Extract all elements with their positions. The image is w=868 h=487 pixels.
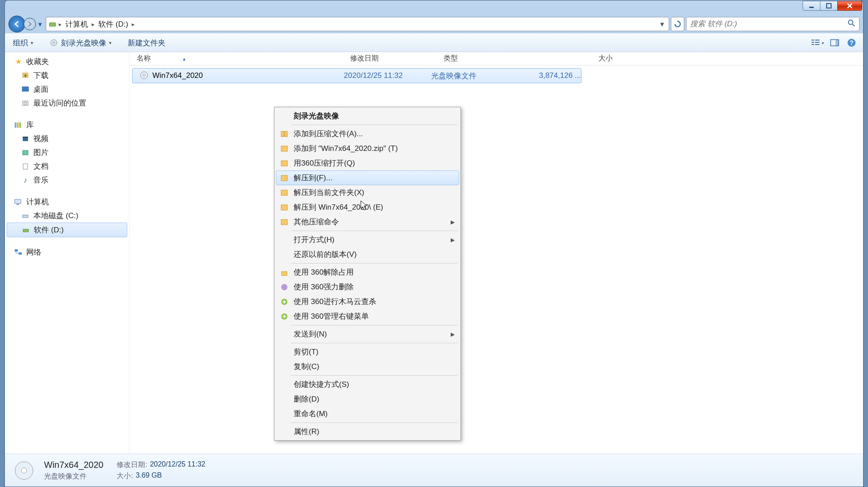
svg-rect-44 — [281, 219, 287, 225]
recent-icon — [21, 99, 30, 108]
refresh-button[interactable] — [671, 17, 684, 31]
burn-image-button[interactable]: 刻录光盘映像▾ — [47, 36, 114, 50]
file-row[interactable]: Win7x64_2020 2020/12/25 11:32 光盘映像文件 3,8… — [132, 68, 581, 83]
sidebar: ★ 收藏夹 下载 桌面 最近访问的位置 — [5, 52, 129, 454]
sidebar-localdisk-c[interactable]: 本地磁盘 (C:) — [5, 209, 129, 223]
cm-delete[interactable]: 删除(D) — [276, 392, 459, 406]
details-subtitle: 光盘映像文件 — [44, 472, 103, 481]
svg-rect-1 — [827, 4, 831, 8]
cm-open-with[interactable]: 打开方式(H) ▶ — [276, 232, 459, 247]
svg-rect-28 — [16, 204, 19, 205]
sidebar-favorites[interactable]: ★ 收藏夹 — [5, 55, 129, 69]
column-type[interactable]: 类型 — [444, 54, 537, 63]
cm-360-trojan-scan[interactable]: 使用 360进行木马云查杀 — [276, 294, 459, 309]
minimize-button[interactable] — [803, 1, 820, 11]
sidebar-pictures[interactable]: 图片 — [5, 146, 129, 159]
column-name[interactable]: 名称▲ — [137, 54, 350, 63]
breadcrumb[interactable]: ▸ 计算机 ▸ 软件 (D:) ▸ ▾ — [46, 17, 669, 31]
cm-extract-folder[interactable]: 解压到 Win7x64_2020\ (E) — [276, 200, 459, 215]
video-icon — [21, 134, 30, 143]
svg-rect-2 — [49, 23, 56, 26]
svg-rect-26 — [23, 164, 28, 169]
svg-text:?: ? — [850, 39, 854, 46]
cm-restore-prev[interactable]: 还原以前的版本(V) — [276, 247, 459, 262]
history-dropdown[interactable]: ▾ — [36, 16, 44, 32]
disc-icon — [49, 38, 58, 47]
search-input[interactable] — [690, 20, 848, 28]
svg-rect-30 — [23, 229, 28, 232]
cm-360-menu-manage[interactable]: 使用 360管理右键菜单 — [276, 309, 459, 324]
svg-rect-31 — [15, 249, 18, 252]
sidebar-software-d[interactable]: 软件 (D:) — [7, 223, 127, 237]
organize-button[interactable]: 组织▾ — [10, 36, 36, 50]
column-size[interactable]: 大小 — [537, 54, 613, 63]
close-button[interactable] — [837, 1, 862, 11]
help-button[interactable]: ? — [845, 37, 858, 48]
new-folder-button[interactable]: 新建文件夹 — [125, 36, 168, 50]
archive-icon — [279, 129, 289, 139]
details-title: Win7x64_2020 — [44, 460, 103, 470]
submenu-arrow-icon: ▶ — [451, 237, 455, 243]
file-size: 3,874,126 ... — [519, 71, 581, 80]
details-date-key: 修改日期: — [117, 460, 147, 470]
cm-add-to-zip[interactable]: 添加到 "Win7x64_2020.zip" (T) — [276, 141, 459, 156]
download-icon — [21, 71, 30, 80]
cm-open-360zip[interactable]: 用360压缩打开(Q) — [276, 156, 459, 170]
cm-burn-image[interactable]: 刻录光盘映像 — [276, 109, 459, 123]
archive-icon — [279, 188, 289, 198]
cm-rename[interactable]: 重命名(M) — [276, 406, 459, 421]
sidebar-videos[interactable]: 视频 — [5, 132, 129, 146]
cm-send-to[interactable]: 发送到(N) ▶ — [276, 327, 459, 341]
breadcrumb-folder[interactable]: 软件 (D:) — [97, 19, 130, 29]
maximize-button[interactable] — [820, 1, 838, 11]
forward-button[interactable] — [24, 18, 36, 30]
sidebar-desktop[interactable]: 桌面 — [5, 82, 129, 96]
svg-rect-22 — [19, 122, 21, 128]
search-box[interactable] — [686, 17, 860, 31]
column-date[interactable]: 修改日期 — [350, 54, 444, 63]
svg-rect-11 — [815, 44, 820, 45]
sidebar-music[interactable]: ♪ 音乐 — [5, 173, 129, 187]
file-type: 光盘映像文件 — [431, 71, 518, 81]
svg-point-36 — [21, 468, 27, 473]
cm-cut[interactable]: 剪切(T) — [276, 345, 459, 359]
svg-point-46 — [281, 284, 287, 290]
cm-properties[interactable]: 属性(R) — [276, 424, 459, 439]
back-button[interactable] — [8, 16, 25, 32]
submenu-arrow-icon: ▶ — [451, 331, 455, 337]
breadcrumb-dropdown[interactable]: ▾ — [657, 20, 667, 29]
desktop-icon — [21, 85, 30, 94]
view-options-button[interactable]: ▾ — [811, 37, 824, 48]
column-headers: 名称▲ 修改日期 类型 大小 — [129, 52, 863, 65]
sidebar-documents[interactable]: 文档 — [5, 159, 129, 173]
cm-360-unlock[interactable]: 使用 360解除占用 — [276, 265, 459, 280]
library-icon — [14, 121, 23, 130]
titlebar — [5, 0, 863, 15]
svg-rect-43 — [281, 205, 287, 210]
cm-add-to-archive[interactable]: 添加到压缩文件(A)... — [276, 126, 459, 141]
pictures-icon — [21, 148, 30, 157]
archive-icon — [279, 158, 289, 168]
sidebar-recent[interactable]: 最近访问的位置 — [5, 96, 129, 110]
sidebar-downloads[interactable]: 下载 — [5, 69, 129, 82]
cm-copy[interactable]: 复制(C) — [276, 359, 459, 374]
cm-360-force-delete[interactable]: 使用 360强力删除 — [276, 280, 459, 294]
chevron-right-icon: ▸ — [59, 21, 62, 28]
preview-pane-button[interactable] — [828, 37, 841, 48]
cm-extract-here[interactable]: 解压到当前文件夹(X) — [276, 185, 459, 200]
sidebar-computer[interactable]: 计算机 — [5, 195, 129, 209]
svg-rect-32 — [19, 252, 22, 255]
context-menu: 刻录光盘映像 添加到压缩文件(A)... 添加到 "Win7x64_2020.z… — [274, 107, 461, 441]
archive-icon — [279, 144, 289, 154]
cm-shortcut[interactable]: 创建快捷方式(S) — [276, 377, 459, 392]
sidebar-network[interactable]: 网络 — [5, 245, 129, 259]
sidebar-libraries[interactable]: 库 — [5, 118, 129, 132]
cm-other-zip[interactable]: 其他压缩命令 ▶ — [276, 215, 459, 229]
archive-icon — [279, 203, 289, 212]
drive-icon — [21, 211, 30, 220]
svg-rect-20 — [15, 122, 16, 128]
cm-extract-to[interactable]: 解压到(F)... — [276, 170, 459, 185]
menu-icon — [279, 312, 289, 321]
sort-indicator-icon: ▲ — [182, 57, 186, 61]
breadcrumb-computer[interactable]: 计算机 — [64, 19, 90, 29]
